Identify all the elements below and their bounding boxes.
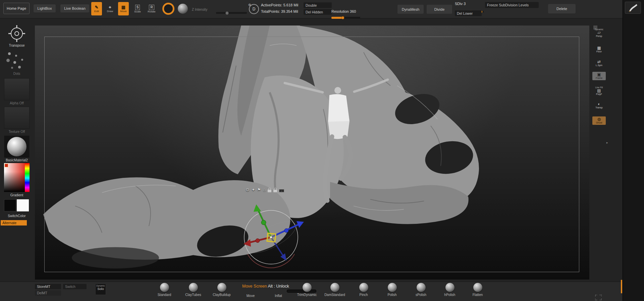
home-icon[interactable]: ⌂ [263, 187, 266, 193]
ghost-label: Ghost [592, 121, 606, 124]
brush-flatten[interactable]: Flatten [464, 283, 491, 297]
brush-claytubes[interactable]: ClayTubes [180, 283, 207, 297]
saturation-square[interactable] [4, 163, 25, 192]
dynamesh-button[interactable]: DynaMesh [397, 5, 424, 14]
lazy-mouse-d-icon[interactable]: D ⚙ [249, 4, 259, 14]
main-color-swatch[interactable] [4, 199, 16, 211]
viewport-canvas[interactable]: ⚙ ✦ ⚑ ⌂ – [35, 26, 589, 280]
resolution-slider[interactable] [331, 17, 360, 19]
z-intensity-label: Z Intensity [192, 8, 207, 11]
sculpt-brush-icon [628, 3, 638, 12]
rotate-tool-button[interactable]: R Rotate [146, 2, 158, 15]
brush-claybuildup[interactable]: ClayBuildup [208, 283, 235, 297]
panel-expand-arrow[interactable]: ▸ [606, 141, 608, 144]
gradient-label: Gradient [0, 193, 34, 197]
draw-tool-label: Draw [107, 10, 113, 13]
hint-alt-unlock: Alt : Unlock [267, 284, 289, 289]
live-boolean-button[interactable]: Live Boolean [60, 4, 89, 12]
alpha-off-swatch[interactable] [4, 78, 30, 100]
alternate-label: Alternate [2, 221, 16, 225]
brush-thumb-icon [330, 283, 339, 292]
bottom-toolbar: StoreMT Switch DelMT Dynamic Solo Move S… [0, 282, 623, 301]
frame-label: Frame [592, 77, 606, 80]
transpose-icon[interactable] [7, 24, 26, 43]
del-lower-label: Del Lower [457, 11, 473, 15]
brush-damstandard[interactable]: DamStandard [321, 283, 348, 297]
move-tool-label: Move [120, 10, 127, 13]
d-icon-letter: D [253, 7, 256, 11]
alternate-button[interactable]: Alternate [1, 220, 27, 225]
top-toolbar: Home Page LightBox Live Boolean ✎ Edit ⌖… [0, 0, 623, 18]
delete-button[interactable]: Delete [548, 4, 576, 13]
texture-off-label: Texture Off [0, 130, 34, 134]
brush-thumb-icon [388, 283, 397, 292]
transp-button[interactable]: ◐ Transp [592, 102, 606, 109]
ghost-button[interactable]: ◍ Ghost [592, 116, 606, 125]
brush-standard[interactable]: Standard [151, 283, 178, 297]
dynamic-persp-button[interactable]: Dynamic ▱ Persp [592, 28, 606, 38]
brush-label: ClayBuildup [208, 293, 235, 297]
divide-button[interactable]: Divide [427, 5, 452, 14]
freeze-subdivision-label: Freeze SubDivision Levels [487, 3, 529, 7]
resolution-label: Resolution [331, 9, 349, 13]
double-button[interactable]: Double [304, 2, 332, 8]
floor-button[interactable]: ▦ Floor [592, 46, 606, 53]
lock-icon[interactable] [268, 190, 271, 192]
local-symmetry-button[interactable]: ⇄ L.Sym [592, 60, 606, 67]
brush-trimdynamic[interactable]: TrimDynamic [293, 283, 320, 297]
brush-thumb-icon [303, 283, 312, 292]
brush-polish[interactable]: Polish [379, 283, 406, 297]
store-mt-button[interactable]: StoreMT [35, 284, 61, 289]
secondary-color-swatch[interactable] [17, 199, 29, 211]
del-lower-button[interactable]: Del Lower [455, 10, 482, 16]
mesh-icon[interactable]: ✦ [252, 187, 255, 193]
lock-mesh-icon[interactable] [273, 190, 277, 192]
lightbox-button[interactable]: LightBox [34, 4, 56, 12]
minimize-gizmo-icon[interactable]: – [279, 189, 284, 192]
freeze-subdivision-button[interactable]: Freeze SubDivision Levels [485, 2, 539, 8]
solo-dynamic-label: Dynamic [96, 285, 106, 287]
move-tool-button[interactable]: ▦ Move [118, 2, 129, 15]
hue-strip[interactable] [25, 163, 30, 192]
alpha-sphere-icon[interactable] [178, 4, 188, 14]
del-hidden-label: Del Hidden [306, 10, 323, 14]
transpose-label: Transpose [0, 44, 34, 47]
edit-tool-button[interactable]: ✎ Edit [91, 2, 102, 15]
store-mt-label: StoreMT [37, 285, 50, 289]
home-page-button[interactable]: Home Page [3, 3, 30, 14]
pin-icon[interactable]: ⚑ [257, 187, 261, 193]
sculpt-brush-tray-button[interactable] [625, 2, 641, 14]
brush-thumb-icon [473, 283, 482, 292]
polyframe-button[interactable]: Line Fill ▤ PolyF [592, 86, 606, 96]
transpose-gizmo[interactable] [234, 200, 308, 274]
perspective-icon: ▱ [592, 31, 606, 35]
brush-label: hPolish [436, 293, 463, 297]
dots-stroke-icon[interactable] [5, 50, 30, 72]
material-swatch[interactable] [4, 136, 30, 158]
brush-label: ClayTubes [180, 293, 207, 297]
switch-button[interactable]: Switch [63, 284, 87, 289]
solo-button[interactable]: Dynamic Solo [95, 284, 106, 295]
brush-label: Move [237, 294, 264, 298]
stroke-circle-icon[interactable] [162, 3, 174, 15]
brush-hpolish[interactable]: hPolish [436, 283, 463, 297]
texture-off-swatch[interactable] [4, 107, 30, 129]
color-picker[interactable] [4, 163, 30, 192]
brush-thumb-icon [217, 283, 226, 292]
fullscreen-toggle-icon[interactable] [595, 295, 602, 300]
double-label: Double [306, 3, 317, 7]
scale-tool-button[interactable]: S Scale [131, 2, 144, 15]
brush-pinch[interactable]: Pinch [350, 283, 377, 297]
draw-tool-button[interactable]: ⌖ Draw [104, 2, 116, 15]
zbrush-app: Home Page LightBox Live Boolean ✎ Edit ⌖… [0, 0, 644, 301]
brush-spolish[interactable]: sPolish [408, 283, 434, 297]
material-label: BasicMaterial2 [0, 158, 34, 162]
brush-label: Standard [151, 293, 178, 297]
frame-button[interactable]: ▣ Frame [592, 72, 606, 80]
gear-icon[interactable]: ⚙ [246, 187, 250, 193]
del-hidden-button[interactable]: Del Hidden [304, 9, 332, 15]
z-intensity-slider[interactable] [216, 12, 247, 14]
draw-pointer-icon: ⌖ [109, 5, 111, 10]
del-mt-button[interactable]: DelMT [35, 290, 61, 296]
scale-icon: S [135, 5, 140, 10]
